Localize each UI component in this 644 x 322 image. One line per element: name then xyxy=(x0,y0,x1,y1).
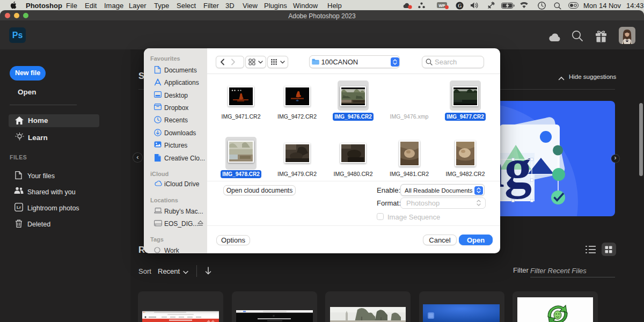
svg-text:WP: WP xyxy=(438,3,445,8)
svg-text:Lr: Lr xyxy=(17,205,21,210)
svg-text:G: G xyxy=(458,3,462,9)
